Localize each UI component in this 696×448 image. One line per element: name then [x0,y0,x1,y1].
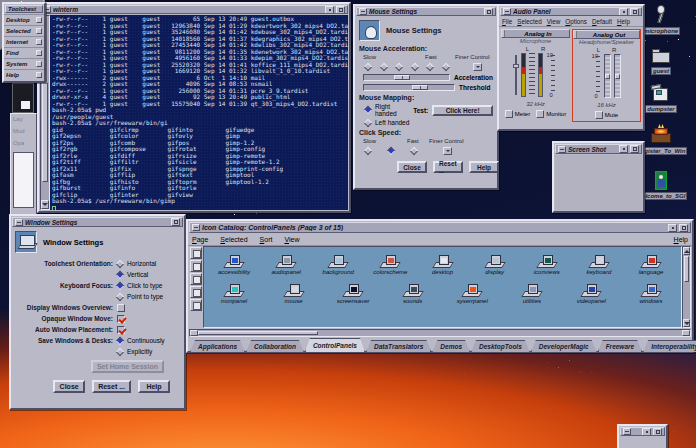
desktop-icon-dumpster[interactable]: dumpster [640,82,682,113]
tab-datatranslators[interactable]: DataTranslators [366,340,431,352]
click-speed-radio[interactable] [387,147,395,155]
setting-checkbox[interactable] [117,326,125,334]
menu-options[interactable]: Options [565,18,587,25]
tab-freeware[interactable]: Freeware [598,340,643,352]
help-button[interactable]: Help [469,161,499,173]
catalog-toolbar-button[interactable] [190,247,202,259]
audio-panel-titlebar[interactable]: Audio Panel [500,7,642,16]
setting-radio[interactable] [116,292,124,300]
minimize-button[interactable] [325,6,334,14]
toolchest-item-system[interactable]: System [4,58,44,69]
partial-window[interactable] [617,424,668,448]
partial-window-titlebar[interactable] [620,427,665,436]
scroll-up-arrow-icon[interactable] [683,247,690,255]
menu-view[interactable]: View [547,18,561,25]
gimp-list-box[interactable] [13,152,34,208]
terminal-window[interactable]: winterm -rw-r--r-- 1 guest guest 65 Sep … [37,2,351,213]
analog-in-panel[interactable]: Analog In Microphone L R 10 0 [501,29,570,122]
finer-control-toggle[interactable] [473,63,482,71]
setting-radio[interactable] [116,336,124,344]
reset-button[interactable]: Reset ... [433,161,463,173]
window-menu-icon[interactable] [623,428,631,435]
window-settings-window[interactable]: Window Settings Window Settings Toolches… [9,214,186,410]
toolchest-item-find[interactable]: Find [4,47,44,58]
terminal-titlebar[interactable]: winterm [40,5,348,14]
maximize-button[interactable] [484,8,493,16]
tab-collaboration[interactable]: Collaboration [246,340,304,352]
maximize-button[interactable] [630,8,639,16]
monitor-checkbox[interactable] [536,110,544,118]
panel-grip[interactable] [574,31,577,38]
analog-out-panel[interactable]: Analog Out Headphone/Speaker L R 10 0 16… [572,29,641,122]
desktop-icon-microphone[interactable]: microphone [640,4,682,35]
minimize-button[interactable] [668,224,677,232]
toolchest-item-selected[interactable]: Selected [4,25,44,36]
catalog-toolbar-button[interactable] [190,286,202,298]
screen-shot-window[interactable]: Screen Shot [552,141,645,213]
catalog-icon-iconviews[interactable]: iconviews [521,249,573,275]
acceleration-radio[interactable] [442,63,450,71]
icon-grid[interactable]: accessibilityaudiopanelbackgroundcolorsc… [203,246,682,328]
catalog-icon-audiopanel[interactable]: audiopanel [260,249,312,275]
window-menu-icon[interactable] [558,146,566,153]
right-handed-radio[interactable] [364,106,372,114]
horizontal-scrollbar[interactable] [189,329,691,337]
click-here-button[interactable]: Click Here! [432,105,493,116]
catalog-icon-accessibility[interactable]: accessibility [208,249,260,275]
acceleration-radio[interactable] [411,63,419,71]
gimp-layers-panel-fragment[interactable]: Lay Mod Opa [10,113,37,221]
scroll-down-arrow-icon[interactable] [683,319,690,327]
volume-fader-left[interactable] [604,54,611,98]
setting-radio[interactable] [116,270,124,278]
icon-catalog-window[interactable]: Icon Catalog: ControlPanels (Page 3 of 1… [186,219,694,353]
audio-panel-window[interactable]: Audio Panel FileSelectedViewOptionsDefau… [497,4,645,131]
catalog-icon-language[interactable]: language [625,249,677,275]
volume-fader-right[interactable] [614,54,621,98]
setting-radio[interactable] [116,347,124,355]
tab-demos[interactable]: Demos [432,340,470,352]
acceleration-radio[interactable] [395,63,403,71]
catalog-icon-display[interactable]: display [469,249,521,275]
catalog-icon-colorscheme[interactable]: colorscheme [364,249,416,275]
minimize-button[interactable] [642,428,651,436]
vertical-scrollbar[interactable] [682,246,691,328]
catalog-toolbar-button[interactable] [190,273,202,285]
scroll-down-arrow-icon[interactable] [41,200,49,209]
catalog-icon-syserrpanel[interactable]: syserrpanel [446,278,498,304]
window-settings-titlebar[interactable]: Window Settings [12,217,183,227]
acceleration-radio[interactable] [379,63,387,71]
desktop-icon-register_to_win[interactable]: Register_To_Win [640,124,682,155]
set-home-session-button[interactable]: Set Home Session [91,360,164,373]
click-speed-radio[interactable] [364,147,372,155]
scroll-left-arrow-icon[interactable] [190,330,198,336]
meter-checkbox-item[interactable]: Meter [505,110,530,118]
input-gain-slider[interactable] [514,53,518,97]
catalog-icon-screensaver[interactable]: screensaver [327,278,379,304]
menu-page[interactable]: Page [192,236,208,243]
scroll-right-arrow-icon[interactable] [682,330,690,336]
tab-developermagic[interactable]: DeveloperMagic [531,340,597,352]
minimize-button[interactable] [619,145,628,153]
desktop-icon-welcome_to_sgi[interactable]: Welcome_to_SGI [640,169,682,200]
minimize-button[interactable] [619,8,628,16]
catalog-icon-desktop[interactable]: desktop [417,249,469,275]
catalog-toolbar-button[interactable] [190,299,202,311]
menu-help[interactable]: Help [674,236,688,243]
desktop-icon-guest[interactable]: guest [640,44,682,75]
tab-applications[interactable]: Applications [190,340,245,352]
window-menu-icon[interactable] [359,8,367,15]
mute-checkbox[interactable] [595,111,603,119]
toolchest-menu[interactable]: Toolchest DesktopSelectedInternetFindSys… [2,2,46,83]
window-menu-icon[interactable] [15,219,23,226]
window-menu-icon[interactable] [503,8,511,15]
meter-checkbox[interactable] [505,110,513,118]
setting-radio[interactable] [116,281,124,289]
maximize-button[interactable] [653,428,662,436]
acceleration-radio[interactable] [426,63,434,71]
maximize-button[interactable] [336,6,345,14]
toolchest-item-help[interactable]: Help [4,69,44,80]
catalog-icon-mouse[interactable]: mouse [268,278,320,304]
close-button[interactable]: Close [397,161,427,173]
catalog-icon-utilities[interactable]: utilities [506,278,558,304]
setting-checkbox[interactable] [117,315,125,323]
